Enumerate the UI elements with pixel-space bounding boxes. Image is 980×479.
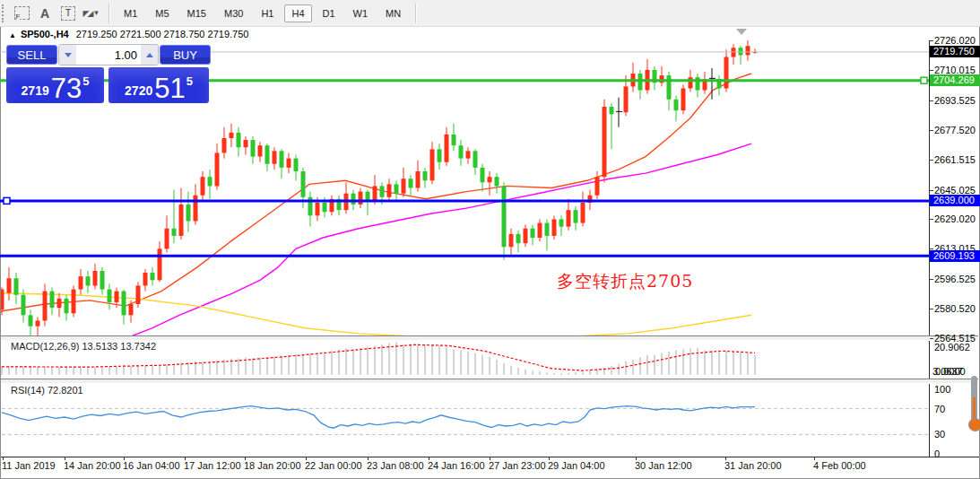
ask-sup-digit: 5 [186,74,193,88]
time-tick [725,457,726,460]
objects-arrows-icon[interactable]: ◤◢ ▼ [81,4,102,23]
toolbar-separator [415,4,416,23]
timeframe-button-m30[interactable]: M30 [217,4,250,22]
dropdown-caret-icon[interactable]: ▼ [92,9,100,17]
volume-increase-button[interactable] [141,45,158,65]
macd-label: MACD(12,26,9) 13.5133 13.7342 [11,341,156,352]
chart-annotation: 多空转折点2705 [557,270,693,293]
time-tick [306,457,307,460]
rsi-axis-label: 100 [934,384,950,395]
timeframe-bar: M1M5M15M30H1H4D1W1MN [115,4,410,22]
rsi-axis-label: 30 [934,429,945,440]
chart-title: ▲SP500-,H42719.250 2721.500 2718.750 271… [9,29,248,39]
rsi-splitter[interactable] [1,379,978,384]
volume-input[interactable] [76,45,141,65]
price-tick-label: 2629.020 [934,213,976,224]
time-tick [490,457,490,460]
ohlc-values: 2719.250 2721.500 2718.750 2719.750 [76,29,249,39]
thermometer-bulb-icon [968,418,980,431]
price-badge: 2609.193 [930,250,980,262]
timeframe-button-m15[interactable]: M15 [180,4,213,22]
rsi-label: RSI(14) 72.8201 [11,385,83,396]
bid-price-box[interactable]: 2719735 [6,67,104,103]
time-tick-label: 23 Jan 08:00 [367,460,424,471]
time-tick-label: 18 Jan 20:00 [244,460,301,471]
price-tick-label: 2661.515 [934,154,976,165]
time-tick-label: 31 Jan 20:00 [724,460,782,471]
timeframe-button-h4[interactable]: H4 [284,4,311,22]
time-tick-label: 30 Jan 12:00 [635,460,692,471]
line-handle[interactable] [4,197,10,204]
chart-shift-icon: F [14,6,30,20]
timeframe-button-mn[interactable]: MN [378,4,408,22]
toolbar: F A T ◤◢ ▼ M1M5M15M30H1H4D1W1MN [0,0,980,27]
price-tick-label: 2726.020 [934,35,976,46]
timeframe-button-m1[interactable]: M1 [117,4,144,22]
ask-price-box[interactable]: 2720515 [108,67,209,103]
text-box-icon[interactable]: T [57,4,79,23]
bid-prefix: 2719 [22,84,49,100]
time-tick-label: 29 Jan 04:00 [548,460,605,471]
one-click-trading-panel: SELL BUY 2719735 2720515 [6,43,209,100]
timeframe-button-m5[interactable]: M5 [148,4,176,22]
price-badge: 2639.000 [930,195,980,206]
time-tick [65,457,65,460]
sell-button[interactable]: SELL [6,45,57,65]
time-tick-label: 16 Jan 04:00 [123,460,180,471]
triangle-up-icon [146,53,153,57]
timeframe-button-w1[interactable]: W1 [346,4,376,22]
time-tick-label: 17 Jan 12:00 [184,460,241,471]
price-tick-label: 2596.525 [934,274,976,284]
rsi-axis-label: 0 [934,449,940,459]
time-tick [636,457,637,460]
price-tick-label: 2564.515 [934,333,976,344]
time-tick [429,457,429,460]
timeframe-button-h1[interactable]: H1 [254,4,281,22]
ma-slow [0,293,751,337]
symbol-period-label: SP500-,H4 [21,29,69,39]
line-handle[interactable] [921,77,927,83]
time-tick [124,457,125,460]
chart-shift-icon[interactable]: F [11,4,32,23]
price-badge: 2719.750 [930,46,980,57]
time-tick-label: 11 Jan 2019 [2,460,56,471]
toolbar-grip[interactable] [2,4,7,22]
mt4-app: F A T ◤◢ ▼ M1M5M15M30H1H4D1W1MN ▲SP500-,… [0,0,980,479]
price-badge: 2704.269 [930,74,980,86]
time-tick-label: 24 Jan 16:00 [428,460,485,471]
price-tick-label: 2580.520 [934,303,976,314]
timeframe-button-d1[interactable]: D1 [316,4,343,22]
time-tick-label: 4 Feb 00:00 [813,460,866,471]
volume-stepper [58,44,159,65]
time-tick [549,457,550,460]
scroll-end-marker-icon[interactable] [736,29,747,35]
collapse-icon[interactable]: ▲ [9,31,16,39]
time-tick-label: 27 Jan 23:00 [489,460,546,471]
bid-big-digits: 73 [51,76,82,100]
rsi-line [2,406,755,429]
price-tick-label: 2677.520 [934,125,976,135]
ask-prefix: 2720 [125,84,152,100]
time-tick [185,457,186,460]
price-tick-label: 2693.525 [934,95,976,106]
bid-sup-digit: 5 [82,74,89,88]
time-tick-label: 22 Jan 00:00 [305,460,362,471]
triangle-down-icon [65,53,72,57]
rsi-pane [2,406,929,435]
thermometer-scrollbar[interactable] [968,376,980,431]
time-tick [814,457,815,460]
time-tick-label: 14 Jan 20:00 [64,460,121,471]
volume-decrease-button[interactable] [59,45,76,65]
macd-axis-zero: 0.0000 [935,366,966,377]
text-label-icon[interactable]: A [34,4,56,23]
rsi-axis-label: 70 [934,404,945,414]
time-tick [3,457,4,460]
toolbar-separator [108,4,109,23]
time-tick [368,457,369,460]
time-tick [245,457,246,460]
ask-big-digits: 51 [154,76,185,100]
buy-button[interactable]: BUY [160,45,211,65]
